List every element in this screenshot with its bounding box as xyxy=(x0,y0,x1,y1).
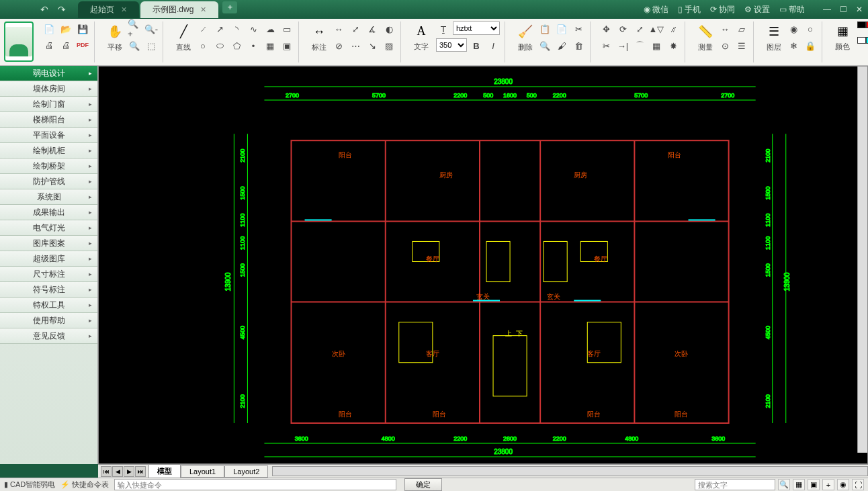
search-button[interactable]: 🔍 xyxy=(778,479,790,490)
sidebar-item-1[interactable]: 墙体房间▸ xyxy=(0,81,97,97)
leader-button[interactable]: ↘ xyxy=(365,38,380,53)
cmd-table-button[interactable]: ⚡ 快捷命令表 xyxy=(60,480,109,490)
fullscreen-button[interactable]: ⛶ xyxy=(852,479,864,490)
scale-button[interactable]: ⤢ xyxy=(632,21,647,36)
undo-button[interactable]: ↶ xyxy=(38,3,51,15)
radius-dim-button[interactable]: ◐ xyxy=(382,21,396,36)
trim-button[interactable]: ✂ xyxy=(599,38,613,53)
text-size-select[interactable]: 350 xyxy=(436,38,467,52)
sidebar-item-9[interactable]: 成果输出▸ xyxy=(0,205,97,220)
ok-button[interactable]: 确定 xyxy=(404,478,442,491)
sidebar-item-17[interactable]: 意见反馈▸ xyxy=(0,328,97,344)
close-button[interactable]: ✕ xyxy=(853,5,865,14)
drawing-canvas[interactable]: 23800 2700570022005001600500220057002700… xyxy=(99,66,867,463)
mtext-button[interactable]: Ṯ xyxy=(436,21,451,36)
sidebar-item-7[interactable]: 防护管线▸ xyxy=(0,174,97,189)
list-button[interactable]: ☰ xyxy=(734,38,749,53)
sidebar-item-0[interactable]: 弱电设计▸ xyxy=(0,66,97,81)
id-button[interactable]: ⊙ xyxy=(718,38,732,53)
offset-button[interactable]: ⫽ xyxy=(666,21,681,36)
color-swatches[interactable] xyxy=(857,21,868,52)
minimize-button[interactable]: — xyxy=(821,5,833,14)
grid-toggle[interactable]: ▦ xyxy=(793,479,805,490)
polygon-button[interactable]: ⬠ xyxy=(229,38,244,53)
help-link[interactable]: ▭ 帮助 xyxy=(779,4,805,15)
bold-button[interactable]: B xyxy=(469,38,484,53)
user-avatar[interactable] xyxy=(4,21,34,62)
dimension-button[interactable]: ↔ 标注 xyxy=(307,21,331,53)
area-button[interactable]: ▱ xyxy=(734,21,749,36)
sheet-last-button[interactable]: ⏭ xyxy=(135,466,146,477)
batch-print-button[interactable]: 🖨 xyxy=(58,38,73,52)
explode-button[interactable]: ✸ xyxy=(666,38,681,53)
sheet-tab-model[interactable]: 模型 xyxy=(148,464,181,478)
purge-button[interactable]: 🗑 xyxy=(571,38,586,53)
sidebar-item-5[interactable]: 绘制机柜▸ xyxy=(0,143,97,159)
layer-button[interactable]: ☰ 图层 xyxy=(762,21,786,53)
open-file-button[interactable]: 📂 xyxy=(58,21,73,36)
horizontal-scrollbar[interactable] xyxy=(272,466,868,476)
sidebar-item-4[interactable]: 平面设备▸ xyxy=(0,128,97,143)
sidebar-item-11[interactable]: 图库图案▸ xyxy=(0,236,97,251)
point-button[interactable]: • xyxy=(246,38,261,53)
close-icon[interactable]: ✕ xyxy=(121,5,127,14)
diameter-dim-button[interactable]: ⊘ xyxy=(331,38,346,53)
sidebar-item-16[interactable]: 使用帮助▸ xyxy=(0,313,97,328)
new-tab-button[interactable]: + xyxy=(222,1,237,13)
zoom-window-button[interactable]: ⬚ xyxy=(144,38,159,53)
sidebar-item-3[interactable]: 楼梯阳台▸ xyxy=(0,112,97,128)
xline-button[interactable]: ↗ xyxy=(212,21,227,36)
save-button[interactable]: 💾 xyxy=(75,21,90,36)
font-select[interactable]: hztxt xyxy=(453,21,500,35)
wechat-link[interactable]: ◉ 微信 xyxy=(644,4,668,15)
sheet-tab-layout2[interactable]: Layout2 xyxy=(224,465,268,478)
polyline-button[interactable]: ⟋ xyxy=(196,21,210,36)
revcloud-button[interactable]: ☁ xyxy=(263,21,277,36)
layer-off-button[interactable]: ○ xyxy=(803,21,818,36)
ellipse-button[interactable]: ⬭ xyxy=(212,38,227,53)
color-wheel-button[interactable]: ◉ xyxy=(837,479,849,490)
sheet-next-button[interactable]: ▶ xyxy=(124,466,134,477)
move-button[interactable]: ✥ xyxy=(599,21,613,36)
collab-link[interactable]: ⟳ 协同 xyxy=(710,4,735,15)
color-button[interactable]: ▦ 颜色 xyxy=(830,21,855,52)
match-button[interactable]: 🖌 xyxy=(554,38,569,53)
export-pdf-button[interactable]: PDF xyxy=(75,38,90,52)
paste-button[interactable]: 📄 xyxy=(554,21,569,36)
add-button[interactable]: + xyxy=(822,479,834,490)
layer-freeze-button[interactable]: ❄ xyxy=(786,38,801,53)
copy-button[interactable]: 📋 xyxy=(537,21,552,36)
line-button[interactable]: ╱ 直线 xyxy=(171,21,196,53)
pan-button[interactable]: ✋ 平移 xyxy=(103,21,127,53)
snap-toggle[interactable]: ▣ xyxy=(808,479,820,490)
hatch-button[interactable]: ▦ xyxy=(263,38,277,53)
sidebar-item-14[interactable]: 符号标注▸ xyxy=(0,282,97,298)
tab-start-page[interactable]: 起始页 ✕ xyxy=(78,1,139,18)
sidebar-item-12[interactable]: 超级图库▸ xyxy=(0,251,97,267)
italic-button[interactable]: I xyxy=(486,38,501,53)
layer-lock-button[interactable]: 🔒 xyxy=(803,38,818,53)
maximize-button[interactable]: ☐ xyxy=(837,5,849,14)
mobile-link[interactable]: ▯ 手机 xyxy=(678,4,701,15)
sidebar-item-6[interactable]: 绘制桥架▸ xyxy=(0,159,97,174)
new-file-button[interactable]: 📄 xyxy=(42,21,56,36)
rotate-button[interactable]: ⟳ xyxy=(615,21,630,36)
aligned-dim-button[interactable]: ⤢ xyxy=(348,21,363,36)
delete-button[interactable]: 🧹 删除 xyxy=(513,21,537,53)
arc-button[interactable]: ◝ xyxy=(229,21,244,36)
rectangle-button[interactable]: ▭ xyxy=(279,21,294,36)
cloud-button[interactable]: ▨ xyxy=(382,38,396,53)
zoom-out-button[interactable]: 🔍- xyxy=(144,21,159,36)
redo-button[interactable]: ↷ xyxy=(55,3,69,15)
sheet-tab-layout1[interactable]: Layout1 xyxy=(181,465,224,478)
tab-example-dwg[interactable]: 示例图.dwg ✕ xyxy=(140,1,218,18)
print-button[interactable]: 🖨 xyxy=(42,38,56,52)
measure-button[interactable]: 📏 测量 xyxy=(693,21,718,53)
fillet-button[interactable]: ⌒ xyxy=(632,38,647,53)
linear-dim-button[interactable]: ↔ xyxy=(331,21,346,36)
command-input[interactable] xyxy=(114,479,396,490)
distance-button[interactable]: ↔ xyxy=(718,21,732,36)
extend-button[interactable]: →| xyxy=(615,38,630,53)
zoom-extents-button[interactable]: 🔍 xyxy=(127,38,142,53)
vertical-scrollbar[interactable] xyxy=(857,66,867,453)
